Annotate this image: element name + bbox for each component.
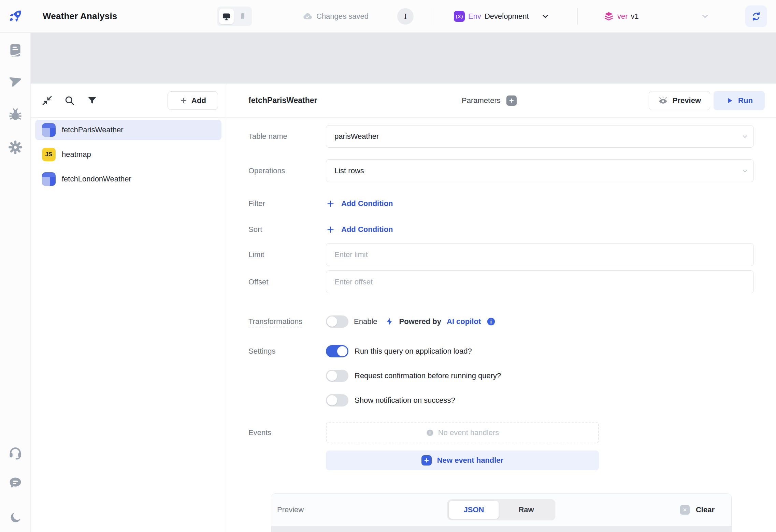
environment-selector[interactable]: (x) Env Development (454, 0, 550, 33)
tab-raw[interactable]: Raw (499, 501, 554, 519)
query-item-heatmap[interactable]: JS heatmap (35, 144, 221, 165)
no-event-handlers-label: No event handlers (438, 428, 499, 437)
chevron-down-icon (741, 132, 749, 141)
parameters-label: Parameters (462, 96, 501, 105)
rail-settings-button[interactable] (8, 140, 23, 155)
confirmation-label: Request confirmation before running quer… (355, 371, 501, 380)
plus-icon (179, 97, 188, 105)
tab-json[interactable]: JSON (449, 501, 499, 519)
cursor-icon (8, 73, 23, 88)
ai-copilot-link[interactable]: AI copilot (447, 317, 481, 326)
operations-value: List rows (334, 166, 364, 175)
preview-panel-label: Preview (277, 505, 304, 514)
new-event-handler-label: New event handler (437, 456, 503, 465)
rail-navigator-button[interactable] (8, 73, 23, 88)
changes-saved-status: Changes saved (302, 0, 369, 33)
query-item-fetchlondonweather[interactable]: fetchLondonWeather (35, 169, 221, 189)
preview-button-label: Preview (673, 96, 701, 105)
plus-icon (508, 98, 515, 104)
sync-icon (751, 11, 761, 21)
clear-x-icon (680, 505, 690, 515)
rail-debug-button[interactable] (8, 107, 23, 122)
limit-label: Limit (248, 250, 326, 259)
desktop-mode-segment[interactable] (219, 9, 234, 24)
limit-input[interactable] (326, 243, 754, 266)
filter-queries-button[interactable] (86, 94, 98, 107)
add-query-label: Add (191, 96, 206, 105)
canvas-area[interactable] (31, 33, 776, 84)
plus-icon (326, 225, 335, 234)
query-item-fetchparisweather[interactable]: fetchParisWeather (35, 120, 221, 140)
filter-add-condition-button[interactable]: Add Condition (326, 199, 393, 208)
topbar-divider (434, 8, 434, 25)
info-icon[interactable] (486, 317, 496, 326)
transformations-toggle[interactable] (326, 315, 348, 328)
query-list: fetchParisWeather JS heatmap fetchLondon… (31, 118, 226, 195)
query-toolbar: Add (31, 84, 226, 118)
version-selector[interactable]: ver v1 (603, 0, 639, 33)
query-name: fetchParisWeather (62, 125, 124, 134)
env-prefix: Env (468, 12, 481, 21)
filter-add-condition-label: Add Condition (341, 199, 393, 208)
rail-chat-button[interactable] (8, 475, 23, 490)
setting-confirmation: Request confirmation before running quer… (326, 368, 754, 384)
play-icon (725, 97, 734, 105)
preview-panel-body (271, 526, 731, 532)
version-value: v1 (631, 12, 639, 21)
device-mode-toggle[interactable] (217, 6, 252, 26)
query-name: fetchLondonWeather (62, 175, 131, 183)
chevron-down-icon (541, 12, 550, 21)
version-prefix: ver (617, 12, 628, 21)
moon-icon (9, 511, 22, 524)
search-queries-button[interactable] (63, 94, 76, 107)
parameters-group: Parameters (462, 95, 517, 106)
avatar[interactable]: I (397, 8, 414, 25)
operations-label: Operations (248, 166, 326, 175)
new-event-handler-button[interactable]: New event handler (326, 450, 599, 470)
rail-theme-button[interactable] (8, 510, 23, 525)
query-panel: Add fetchParisWeather JS heatmap (31, 84, 226, 532)
table-name-select[interactable]: parisWeather (326, 125, 754, 148)
env-value: Development (485, 12, 529, 21)
resource-query-icon (42, 123, 56, 137)
table-name-label: Table name (248, 132, 326, 141)
events-label: Events (248, 422, 326, 443)
clear-button[interactable]: Clear (680, 505, 715, 515)
run-on-load-label: Run this query on application load? (355, 347, 472, 356)
pages-icon (8, 42, 23, 57)
operations-select[interactable]: List rows (326, 159, 754, 182)
run-button[interactable]: Run (714, 91, 765, 110)
add-parameter-button[interactable] (506, 95, 517, 106)
preview-panel-header: Preview JSON Raw Clear (271, 494, 731, 526)
refresh-button[interactable] (745, 5, 767, 27)
rail-support-button[interactable] (8, 445, 23, 460)
mobile-mode-segment[interactable] (235, 9, 250, 24)
notification-label: Show notification on success? (355, 396, 455, 405)
sort-add-condition-button[interactable]: Add Condition (326, 225, 393, 234)
add-query-button[interactable]: Add (168, 91, 218, 110)
chevron-down-icon[interactable] (700, 12, 710, 21)
info-icon (426, 429, 434, 437)
preview-button[interactable]: Preview (649, 91, 710, 110)
run-on-load-toggle[interactable] (326, 345, 348, 357)
app-logo[interactable] (0, 0, 31, 32)
powered-by-label: Powered by (399, 317, 441, 326)
collapse-panel-button[interactable] (41, 94, 53, 107)
plus-icon (421, 455, 432, 466)
chat-bubble-icon (8, 475, 23, 490)
topbar-divider (577, 8, 578, 25)
rail-pages-button[interactable] (8, 42, 23, 57)
offset-label: Offset (248, 278, 326, 286)
clear-label: Clear (696, 505, 715, 514)
confirmation-toggle[interactable] (326, 370, 348, 382)
setting-notification: Show notification on success? (326, 393, 754, 408)
offset-input[interactable] (326, 270, 754, 293)
notification-toggle[interactable] (326, 394, 348, 407)
query-editor: fetchParisWeather Parameters (226, 84, 776, 532)
changes-saved-label: Changes saved (316, 12, 369, 21)
chevron-down-icon (741, 166, 749, 175)
enable-label: Enable (354, 317, 377, 326)
cloud-check-icon (302, 11, 313, 21)
app-title: Weather Analysis (43, 11, 117, 21)
desktop-icon (222, 12, 231, 21)
